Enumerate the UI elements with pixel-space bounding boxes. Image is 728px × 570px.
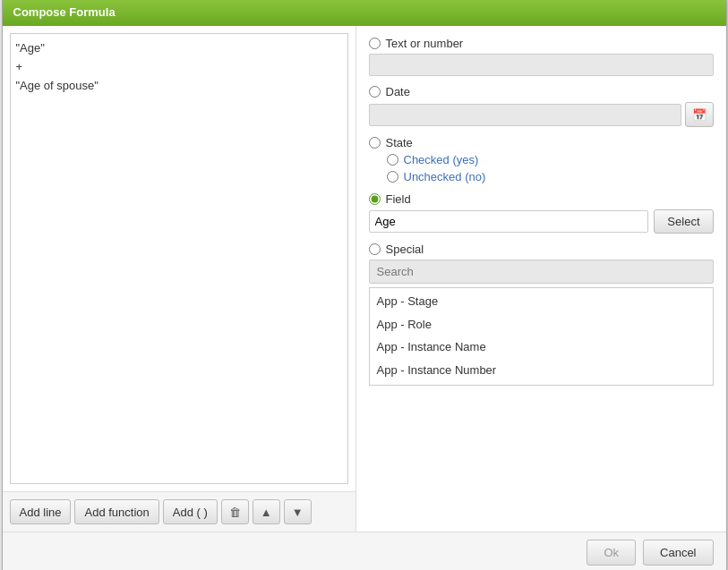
- add-function-button[interactable]: Add function: [74, 499, 158, 524]
- compose-formula-dialog: Compose Formula "Age" + "Age of spouse" …: [2, 0, 727, 570]
- unchecked-label[interactable]: Unchecked (no): [404, 170, 486, 183]
- state-radio[interactable]: [369, 137, 381, 149]
- add-line-button[interactable]: Add line: [10, 499, 72, 524]
- special-label[interactable]: Special: [386, 242, 424, 256]
- date-input-row: 📅: [369, 102, 714, 127]
- date-label-row: Date: [369, 85, 714, 98]
- add-parens-button[interactable]: Add ( ): [163, 499, 218, 524]
- dialog-title: Compose Formula: [13, 5, 116, 19]
- field-radio[interactable]: [369, 193, 381, 205]
- text-or-number-label[interactable]: Text or number: [386, 37, 464, 50]
- right-panel: Text or number Date 📅: [356, 26, 726, 491]
- checked-label[interactable]: Checked (yes): [404, 153, 479, 166]
- formula-toolbar: Add line Add function Add ( ) 🗑 ▲ ▼: [3, 491, 356, 532]
- checked-radio[interactable]: [387, 154, 398, 166]
- formula-line-2: +: [16, 58, 342, 77]
- date-option: Date 📅: [369, 85, 714, 127]
- field-input-row: Select: [369, 209, 714, 234]
- checked-row: Checked (yes): [387, 153, 714, 166]
- up-arrow-icon: ▲: [261, 506, 272, 519]
- text-or-number-option: Text or number: [369, 37, 714, 76]
- down-arrow-icon: ▼: [292, 506, 304, 519]
- field-option: Field Select: [369, 192, 714, 234]
- special-radio[interactable]: [369, 243, 381, 255]
- list-item[interactable]: App - Instance Name: [370, 336, 713, 359]
- special-search-input[interactable]: [369, 259, 714, 284]
- cancel-button[interactable]: Cancel: [643, 540, 713, 566]
- date-input[interactable]: [369, 104, 681, 126]
- formula-editor[interactable]: "Age" + "Age of spouse": [10, 33, 348, 484]
- state-sub-options: Checked (yes) Unchecked (no): [387, 153, 714, 183]
- dialog-body: "Age" + "Age of spouse" Text or number D…: [3, 26, 726, 491]
- text-or-number-input[interactable]: [369, 54, 714, 76]
- list-item[interactable]: App - Role: [370, 313, 713, 336]
- field-label[interactable]: Field: [386, 192, 411, 206]
- formula-line-1: "Age": [16, 39, 342, 58]
- calendar-icon: 📅: [692, 108, 707, 122]
- calendar-button[interactable]: 📅: [685, 102, 714, 127]
- special-label-row: Special: [369, 242, 714, 256]
- select-button[interactable]: Select: [654, 209, 713, 234]
- special-option: Special App - Stage App - Role App - Ins…: [369, 242, 714, 386]
- date-label[interactable]: Date: [386, 85, 410, 98]
- delete-button[interactable]: 🗑: [221, 499, 249, 524]
- list-item[interactable]: App - Stage: [370, 290, 713, 313]
- formula-line-3: "Age of spouse": [16, 77, 342, 96]
- text-or-number-row: Text or number: [369, 37, 714, 50]
- state-label[interactable]: State: [386, 136, 413, 149]
- move-up-button[interactable]: ▲: [253, 499, 280, 524]
- dialog-footer: Ok Cancel: [3, 532, 726, 570]
- left-panel: "Age" + "Age of spouse": [3, 26, 356, 491]
- unchecked-radio[interactable]: [387, 171, 398, 183]
- text-or-number-radio[interactable]: [369, 38, 381, 49]
- unchecked-row: Unchecked (no): [387, 170, 714, 183]
- field-label-row: Field: [369, 192, 714, 206]
- list-item[interactable]: App - Instance Number: [370, 359, 713, 382]
- state-label-row: State: [369, 136, 714, 149]
- ok-button[interactable]: Ok: [587, 540, 636, 566]
- list-item[interactable]: App - Instance ID: [370, 381, 713, 386]
- dialog-header: Compose Formula: [3, 0, 726, 26]
- delete-icon: 🗑: [229, 506, 241, 519]
- special-list: App - Stage App - Role App - Instance Na…: [369, 287, 714, 386]
- state-option: State Checked (yes) Unchecked (no): [369, 136, 714, 183]
- field-input[interactable]: [369, 210, 649, 233]
- move-down-button[interactable]: ▼: [284, 499, 312, 524]
- date-radio[interactable]: [369, 86, 381, 98]
